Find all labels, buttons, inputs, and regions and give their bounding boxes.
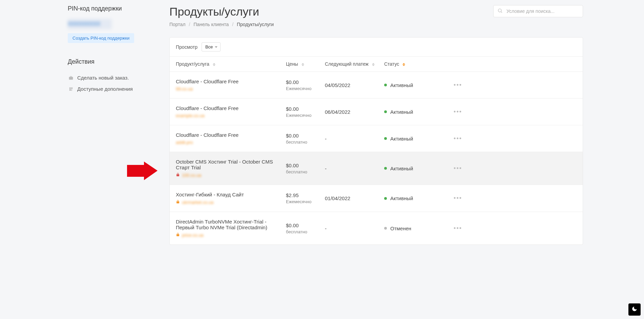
price-cycle: Ежемесячно	[286, 199, 325, 204]
column-status[interactable]: Статус	[384, 61, 445, 67]
lock-icon	[176, 172, 180, 178]
breadcrumb-current: Продукты/услуги	[237, 22, 274, 27]
sidebar-action-0[interactable]: Сделать новый заказ.	[68, 72, 159, 83]
price-amount: $0.00	[286, 163, 325, 168]
lock-icon	[176, 232, 180, 238]
pin-title: PIN-код поддержки	[68, 5, 159, 12]
sort-icon	[402, 63, 405, 66]
action-label: Доступные дополнения	[77, 86, 133, 92]
next-payment: 04/05/2022	[325, 82, 384, 88]
next-payment: 06/04/2022	[325, 109, 384, 115]
price-amount: $0.00	[286, 133, 325, 139]
table-row[interactable]: Cloudflare - Cloudflare Free99.co.ua$0.0…	[170, 72, 583, 99]
sort-icon	[302, 63, 304, 66]
table-row[interactable]: DirectAdmin TurboNVMe Хостинг-Trial - Пе…	[170, 212, 583, 244]
svg-line-1	[501, 12, 502, 13]
product-name: Cloudflare - Cloudflare Free	[176, 132, 286, 138]
more-button[interactable]: •••	[454, 82, 462, 88]
search-input[interactable]	[493, 5, 583, 17]
page-title: Продукты/услуги	[169, 5, 274, 18]
more-button[interactable]: •••	[454, 135, 462, 142]
product-domain: 99.co.ua	[176, 86, 193, 91]
price-amount: $0.00	[286, 79, 325, 85]
column-next[interactable]: Следующий платеж	[325, 61, 384, 67]
moon-icon	[631, 306, 638, 314]
lock-icon	[176, 199, 180, 205]
table-row[interactable]: October CMS Хостинг Trial - October CMS …	[170, 152, 583, 185]
price-cycle: бесплатно	[286, 229, 325, 234]
svg-point-0	[498, 9, 501, 12]
price-amount: $2.95	[286, 192, 325, 198]
more-button[interactable]: •••	[454, 165, 462, 172]
product-domain: 100.co.ua	[182, 173, 201, 178]
column-product[interactable]: Продукт/услуга	[176, 61, 286, 67]
price-cycle: бесплатно	[286, 140, 325, 145]
sidebar-action-1[interactable]: Доступные дополнения	[68, 83, 159, 94]
table-row[interactable]: Cloudflare - Cloudflare Freeaddit.pro$0.…	[170, 125, 583, 152]
next-payment: 01/04/2022	[325, 195, 384, 201]
view-label: Просмотр	[176, 44, 198, 50]
product-domain: ukrmarket.co.ua	[182, 200, 213, 205]
product-name: Cloudflare - Cloudflare Free	[176, 105, 286, 111]
price-cycle: Ежемесячно	[286, 86, 325, 91]
sort-icon	[213, 63, 215, 66]
product-name: Cloudflare - Cloudflare Free	[176, 79, 286, 84]
actions-title: Действия	[68, 58, 159, 65]
more-button[interactable]: •••	[454, 195, 462, 201]
sort-icon	[372, 63, 375, 66]
price-cycle: Ежемесячно	[286, 113, 325, 118]
next-payment: -	[325, 166, 384, 171]
table-row[interactable]: Хостинг-Гибкий - Клауд Сайтukrmarket.co.…	[170, 185, 583, 212]
breadcrumb-client[interactable]: Панель клиента	[193, 22, 229, 27]
action-label: Сделать новый заказ.	[77, 75, 129, 81]
status-badge: Активный	[384, 166, 445, 171]
breadcrumb: Портал / Панель клиента / Продукты/услуг…	[169, 22, 274, 27]
products-panel: Просмотр Все Продукт/услуга Цены Следующ…	[169, 37, 583, 245]
more-button[interactable]: •••	[454, 225, 462, 232]
next-payment: -	[325, 136, 384, 142]
price-amount: $0.00	[286, 222, 325, 228]
dark-mode-toggle[interactable]	[628, 303, 641, 316]
create-pin-button[interactable]: Создать PIN-код поддержки	[68, 33, 134, 43]
filter-select[interactable]: Все	[202, 42, 221, 51]
status-badge: Отменен	[384, 226, 445, 231]
pin-value: XXXXXXXXX	[68, 19, 112, 29]
table-header: Продукт/услуга Цены Следующий платеж Ста…	[170, 57, 583, 72]
status-badge: Активный	[384, 109, 445, 115]
product-name: DirectAdmin TurboNVMe Хостинг-Trial - Пе…	[176, 219, 286, 230]
table-row[interactable]: Cloudflare - Cloudflare Freeexample.co.u…	[170, 99, 583, 125]
price-cycle: бесплатно	[286, 169, 325, 174]
product-domain: addit.pro	[176, 140, 193, 145]
product-domain: price.co.ua	[182, 233, 204, 238]
briefcase-icon	[68, 75, 74, 81]
more-button[interactable]: •••	[454, 108, 462, 115]
search-icon	[497, 8, 503, 15]
column-price[interactable]: Цены	[286, 61, 325, 67]
status-badge: Активный	[384, 136, 445, 142]
addon-icon	[68, 86, 74, 92]
status-badge: Активный	[384, 82, 445, 88]
next-payment: -	[325, 226, 384, 231]
status-badge: Активный	[384, 195, 445, 201]
product-name: October CMS Хостинг Trial - October CMS …	[176, 159, 286, 170]
price-amount: $0.00	[286, 106, 325, 112]
breadcrumb-portal[interactable]: Портал	[169, 22, 186, 27]
product-domain: example.co.ua	[176, 113, 205, 118]
product-name: Хостинг-Гибкий - Клауд Сайт	[176, 192, 286, 197]
